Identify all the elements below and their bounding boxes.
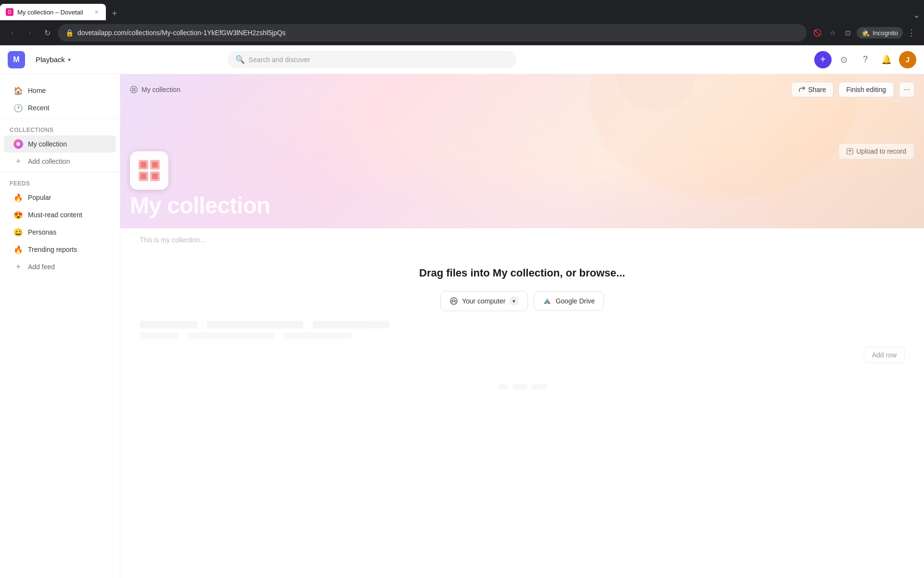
sidebar-divider-2 — [0, 172, 120, 172]
collection-description[interactable]: This is my collection... — [120, 228, 924, 248]
tab-bar: D My collection – Dovetail ✕ + ⌄ — [0, 0, 924, 20]
share-button[interactable]: Share — [791, 82, 833, 97]
sidebar-item-popular[interactable]: 🔥 Popular — [4, 189, 116, 206]
new-tab-button[interactable]: + — [108, 7, 121, 20]
finish-editing-button[interactable]: Finish editing — [838, 82, 895, 97]
workspace-avatar: M — [8, 51, 25, 68]
incognito-button[interactable]: 🕵 Incognito — [857, 27, 903, 39]
reload-button[interactable]: ↻ — [40, 26, 54, 39]
add-button[interactable]: + — [814, 51, 832, 68]
tab-favicon: D — [6, 8, 13, 16]
add-row-button[interactable]: Add row — [864, 347, 905, 363]
search-input[interactable] — [249, 56, 509, 64]
sidebar-item-must-read[interactable]: 😍 Must-read content — [4, 206, 116, 223]
bottom-hint — [120, 367, 924, 406]
user-avatar[interactable]: J — [899, 51, 916, 68]
hero-collection-name: My collection — [141, 86, 180, 93]
drop-area: Drag files into My collection, or browse… — [120, 248, 924, 321]
tab-search-icon[interactable]: ⊡ — [841, 26, 855, 39]
gdrive-icon — [543, 297, 552, 305]
sidebar-item-recent-label: Recent — [28, 104, 49, 112]
add-collection-label: Add collection — [28, 158, 70, 165]
forward-button[interactable]: › — [23, 26, 37, 39]
svg-rect-3 — [17, 144, 18, 146]
browser-tab-active[interactable]: D My collection – Dovetail ✕ — [0, 4, 106, 20]
popular-icon: 🔥 — [13, 193, 23, 202]
collection-icon — [13, 139, 23, 149]
address-bar-actions: 🚫 ☆ ⊡ 🕵 Incognito ⋮ — [810, 26, 918, 39]
svg-rect-1 — [17, 143, 18, 144]
tab-close-button[interactable]: ✕ — [92, 8, 100, 16]
more-options-button[interactable]: ··· — [899, 82, 914, 97]
add-feed-icon: + — [13, 262, 23, 272]
tab-overflow-button[interactable]: ⌄ — [913, 10, 920, 20]
star-icon[interactable]: ☆ — [826, 26, 839, 39]
address-bar[interactable]: 🔒 dovetailapp.com/collections/My-collect… — [58, 24, 807, 41]
sidebar-item-personas[interactable]: 😀 Personas — [4, 223, 116, 241]
hero-top-actions: Share Finish editing ··· — [791, 82, 914, 97]
svg-rect-26 — [532, 384, 546, 390]
header-search: 🔍 — [228, 51, 516, 68]
browser-chrome: D My collection – Dovetail ✕ + ⌄ ‹ › ↻ 🔒… — [0, 0, 924, 45]
browser-menu-button[interactable]: ⋮ — [905, 26, 918, 39]
collection-logo-svg — [135, 156, 164, 185]
app: M Playback ▾ 🔍 + ⊙ ? 🔔 J 🏠 Home — [0, 45, 924, 578]
notifications-button[interactable]: 🔔 — [878, 51, 895, 68]
collection-tag-icon — [130, 86, 138, 93]
svg-point-9 — [130, 86, 137, 93]
svg-rect-20 — [141, 173, 146, 179]
hero-top-bar: My collection Share Finish editing ··· — [120, 74, 924, 105]
workspace-name: Playback — [36, 55, 65, 64]
header-actions: + ⊙ ? 🔔 J — [814, 51, 916, 68]
my-collection-label: My collection — [28, 140, 67, 148]
sidebar-item-home-label: Home — [28, 87, 46, 94]
svg-rect-11 — [134, 88, 136, 90]
drop-prompt: Drag files into My collection, or browse… — [419, 267, 625, 279]
computer-btn-dropdown[interactable]: ▾ — [509, 296, 519, 306]
help-button[interactable]: ? — [857, 51, 874, 68]
svg-rect-4 — [19, 144, 20, 146]
sidebar-item-my-collection[interactable]: My collection — [4, 135, 116, 153]
sidebar-item-recent[interactable]: 🕐 Recent — [4, 99, 116, 117]
must-read-icon: 😍 — [13, 210, 23, 220]
extension-button[interactable]: ⊙ — [835, 51, 853, 68]
add-row-area: Add row — [120, 343, 924, 367]
popular-label: Popular — [28, 194, 51, 201]
sidebar-item-home[interactable]: 🏠 Home — [4, 82, 116, 99]
fields-area — [120, 321, 924, 343]
svg-rect-12 — [132, 90, 134, 92]
collection-icon-large — [130, 151, 168, 190]
google-drive-button[interactable]: Google Drive — [534, 291, 604, 311]
sidebar-divider-1 — [0, 118, 120, 119]
feeds-section-label: Feeds — [0, 174, 120, 189]
workspace-button[interactable]: Playback ▾ — [31, 53, 76, 66]
add-feed-item[interactable]: + Add feed — [4, 258, 116, 276]
svg-rect-18 — [141, 162, 146, 168]
sidebar: 🏠 Home 🕐 Recent Collections — [0, 74, 120, 578]
upload-icon — [847, 148, 853, 155]
search-box[interactable]: 🔍 — [228, 51, 516, 68]
trending-label: Trending reports — [28, 246, 77, 253]
add-collection-icon: + — [13, 157, 23, 166]
svg-rect-10 — [132, 88, 134, 90]
collections-section-label: Collections — [0, 121, 120, 135]
svg-rect-19 — [152, 162, 158, 168]
upload-to-record-button[interactable]: Upload to record — [838, 143, 914, 159]
workspace-chevron-icon: ▾ — [68, 56, 71, 63]
svg-rect-21 — [152, 173, 158, 179]
personas-icon: 😀 — [13, 227, 23, 237]
search-icon: 🔍 — [235, 55, 245, 64]
trending-icon: 🔥 — [13, 245, 23, 254]
eye-off-icon[interactable]: 🚫 — [810, 26, 824, 39]
your-computer-button[interactable]: Your computer ▾ — [440, 291, 528, 311]
computer-icon — [449, 297, 458, 305]
back-button[interactable]: ‹ — [6, 26, 19, 39]
svg-rect-25 — [513, 384, 527, 390]
hero-title: My collection — [130, 192, 270, 219]
tab-title: My collection – Dovetail — [17, 9, 89, 16]
collection-name-tag: My collection — [130, 86, 180, 93]
recent-icon: 🕐 — [13, 103, 23, 113]
sidebar-item-trending[interactable]: 🔥 Trending reports — [4, 241, 116, 258]
hero-collection-icon — [130, 151, 168, 190]
add-collection-item[interactable]: + Add collection — [4, 153, 116, 170]
